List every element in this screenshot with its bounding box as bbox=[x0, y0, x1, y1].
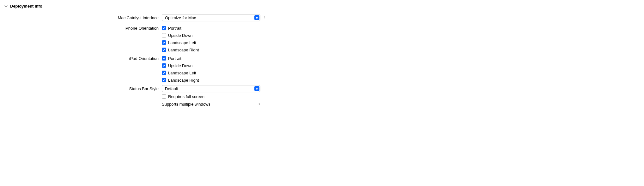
select-stepper-icon bbox=[254, 15, 259, 20]
checkbox-icon bbox=[162, 56, 166, 61]
select-stepper-icon bbox=[254, 86, 259, 91]
iphone-upside-down-option[interactable]: Upside Down bbox=[162, 32, 260, 38]
status-bar-style-value: Default bbox=[165, 86, 178, 91]
iphone-orientation-options: Portrait Upside Down Landscape Left Land… bbox=[162, 25, 260, 53]
status-bar-style-label: Status Bar Style bbox=[4, 85, 162, 91]
option-label: Landscape Right bbox=[168, 48, 199, 52]
checkbox-icon bbox=[162, 78, 166, 82]
checkbox-icon bbox=[162, 71, 166, 75]
ipad-orientation-label: iPad Orientation bbox=[4, 55, 162, 61]
iphone-portrait-option[interactable]: Portrait bbox=[162, 25, 260, 31]
option-label: Requires full screen bbox=[168, 94, 204, 99]
checkbox-icon bbox=[162, 26, 166, 30]
mac-catalyst-select-value: Optimize for Mac bbox=[165, 15, 196, 20]
iphone-landscape-right-option[interactable]: Landscape Right bbox=[162, 46, 260, 53]
checkbox-icon bbox=[162, 63, 166, 68]
mac-catalyst-select[interactable]: Optimize for Mac bbox=[162, 14, 260, 21]
chevron-down-icon bbox=[4, 5, 8, 8]
row-mac-catalyst: Mac Catalyst Interface Optimize for Mac … bbox=[4, 14, 640, 23]
option-label: Landscape Right bbox=[168, 78, 199, 83]
ipad-landscape-left-option[interactable]: Landscape Left bbox=[162, 69, 260, 76]
option-label: Upside Down bbox=[168, 63, 192, 68]
supports-multiple-windows-label: Supports multiple windows bbox=[162, 102, 210, 107]
checkbox-icon bbox=[162, 48, 166, 52]
option-label: Upside Down bbox=[168, 33, 192, 38]
row-ipad-orientation: iPad Orientation Portrait Upside Down La… bbox=[4, 55, 640, 83]
checkbox-icon bbox=[162, 94, 166, 99]
section-title: Deployment Info bbox=[10, 4, 42, 9]
option-label: Landscape Left bbox=[168, 40, 196, 45]
deployment-info-rows: Mac Catalyst Interface Optimize for Mac … bbox=[4, 14, 640, 107]
mac-catalyst-label: Mac Catalyst Interface bbox=[4, 14, 162, 20]
section-header[interactable]: Deployment Info bbox=[4, 4, 640, 9]
requires-full-screen-option[interactable]: Requires full screen bbox=[162, 93, 260, 99]
checkbox-icon bbox=[162, 40, 166, 45]
ipad-landscape-right-option[interactable]: Landscape Right bbox=[162, 77, 260, 83]
ipad-upside-down-option[interactable]: Upside Down bbox=[162, 62, 260, 69]
status-bar-style-select[interactable]: Default bbox=[162, 85, 260, 92]
option-label: Portrait bbox=[168, 56, 181, 61]
row-iphone-orientation: iPhone Orientation Portrait Upside Down … bbox=[4, 25, 640, 53]
checkbox-icon bbox=[162, 33, 166, 38]
iphone-orientation-label: iPhone Orientation bbox=[4, 25, 162, 31]
option-label: Portrait bbox=[168, 26, 181, 31]
supports-multiple-windows-row[interactable]: Supports multiple windows bbox=[162, 100, 260, 107]
iphone-landscape-left-option[interactable]: Landscape Left bbox=[162, 39, 260, 46]
info-icon[interactable]: i bbox=[260, 14, 268, 20]
arrow-right-icon bbox=[257, 102, 260, 107]
option-label: Landscape Left bbox=[168, 71, 196, 75]
ipad-portrait-option[interactable]: Portrait bbox=[162, 55, 260, 61]
ipad-orientation-options: Portrait Upside Down Landscape Left Land… bbox=[162, 55, 260, 83]
row-status-bar-style: Status Bar Style Default Requires full s… bbox=[4, 85, 640, 107]
